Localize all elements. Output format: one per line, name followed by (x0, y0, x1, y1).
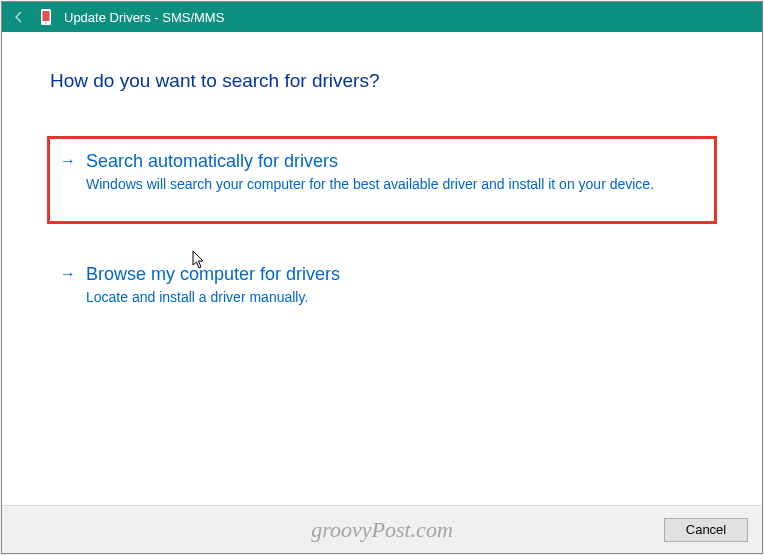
option-title: Search automatically for drivers (86, 149, 698, 173)
svg-point-2 (45, 22, 47, 24)
option-title: Browse my computer for drivers (86, 262, 698, 286)
option-search-automatically[interactable]: → Search automatically for drivers Windo… (47, 136, 717, 224)
arrow-right-icon: → (60, 262, 76, 286)
svg-rect-1 (43, 11, 50, 21)
option-body: Search automatically for drivers Windows… (86, 149, 698, 193)
back-icon[interactable] (10, 8, 28, 26)
dialog-content: How do you want to search for drivers? →… (2, 32, 762, 505)
window-title: Update Drivers - SMS/MMS (64, 10, 224, 25)
title-bar: Update Drivers - SMS/MMS (2, 2, 762, 32)
option-body: Browse my computer for drivers Locate an… (86, 262, 698, 306)
dialog-footer: Cancel (2, 505, 762, 553)
option-browse-computer[interactable]: → Browse my computer for drivers Locate … (50, 252, 714, 326)
device-icon (38, 9, 54, 25)
option-description: Locate and install a driver manually. (86, 288, 698, 306)
arrow-right-icon: → (60, 149, 76, 173)
arrow-left-icon (12, 10, 26, 24)
cancel-button[interactable]: Cancel (664, 518, 748, 542)
option-description: Windows will search your computer for th… (86, 175, 698, 193)
dialog-heading: How do you want to search for drivers? (50, 70, 714, 92)
dialog-window: Update Drivers - SMS/MMS How do you want… (1, 1, 763, 554)
